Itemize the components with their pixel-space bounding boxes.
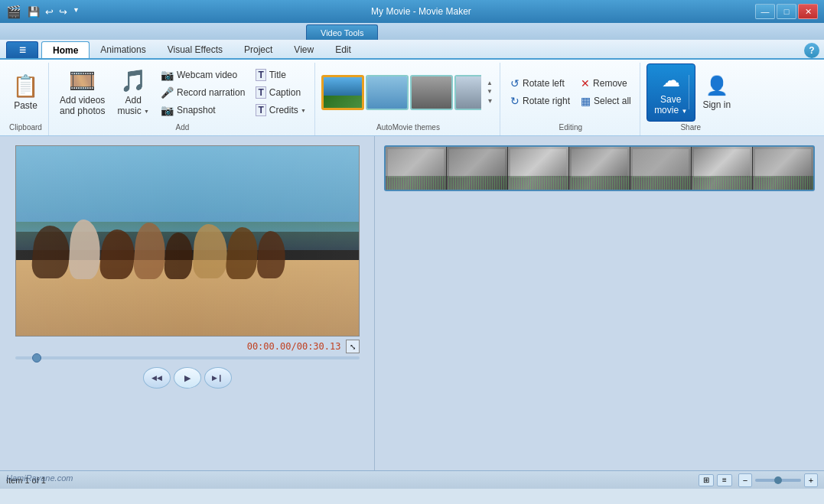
playback-slider-wrap <box>15 356 360 359</box>
film-frame-5[interactable] <box>692 147 753 190</box>
caption-icon: T <box>256 86 265 99</box>
remove-icon: ✕ <box>581 77 590 89</box>
webcam-icon: 📷 <box>161 69 174 81</box>
clipboard-label: Clipboard <box>8 122 44 134</box>
video-preview <box>15 145 360 337</box>
add-videos-icon: 🎞️ <box>69 68 96 93</box>
maximize-btn[interactable]: □ <box>777 4 796 19</box>
theme-item-0[interactable] <box>321 75 364 110</box>
themes-scroll[interactable]: ▲ ▼ ▾ <box>484 70 495 115</box>
qat-redo[interactable]: ↪ <box>57 5 69 18</box>
filmstrip <box>386 147 813 190</box>
webcam-video-button[interactable]: 📷 Webcam video <box>157 67 249 83</box>
zoom-out-btn[interactable]: − <box>738 473 752 487</box>
themes-scroll-up-icon[interactable]: ▲ <box>487 80 493 86</box>
film-frame-4[interactable] <box>630 147 692 190</box>
share-group-content: ☁ Savemovie ▼ 👤 Sign in <box>646 63 735 122</box>
rotate-right-button[interactable]: ↻ Rotate right <box>506 93 574 109</box>
app-menu-btn[interactable]: ☰ <box>6 41 38 58</box>
title-button[interactable]: T Title <box>252 67 310 83</box>
share-label: Share <box>646 122 735 134</box>
themes-scroll-more-icon[interactable]: ▾ <box>488 96 492 105</box>
qat-dropdown[interactable]: ▼ <box>71 5 81 18</box>
sign-in-button[interactable]: 👤 Sign in <box>699 63 735 122</box>
play-btn[interactable]: ▶ <box>174 367 201 389</box>
theme-item-1[interactable] <box>366 75 409 110</box>
context-tab-video-tools[interactable]: Video Tools <box>306 24 378 40</box>
tab-view[interactable]: View <box>283 41 324 58</box>
tab-animations[interactable]: Animations <box>90 41 156 58</box>
window-controls: — □ ✕ <box>755 4 818 19</box>
film-frame-1[interactable] <box>447 147 508 190</box>
paste-button[interactable]: 📋 Paste <box>8 63 44 122</box>
add-label: Add <box>55 122 310 134</box>
main-content: 00:00.00/00:30.13 ⤡ ◀◀ ▶ ▶❙ <box>0 136 824 470</box>
timeline-view-btn[interactable]: ≡ <box>717 474 732 486</box>
status-bar: Item 1 of 1 ⊞ ≡ − + <box>0 470 824 489</box>
add-videos-button[interactable]: 🎞️ Add videos and photos <box>55 63 109 122</box>
themes-scroll-down-icon[interactable]: ▼ <box>487 88 493 95</box>
storyboard-view-btn[interactable]: ⊞ <box>699 474 714 486</box>
zoom-slider[interactable] <box>755 479 801 482</box>
zoom-thumb[interactable] <box>774 476 782 484</box>
film-frame-3[interactable] <box>569 147 630 190</box>
save-movie-button[interactable]: ☁ Savemovie ▼ <box>646 63 695 122</box>
select-all-button[interactable]: ▦ Select all <box>577 93 635 109</box>
ribbon-tabs: ☰ Home Animations Visual Effects Project… <box>0 40 824 60</box>
rotate-right-icon: ↻ <box>510 95 519 107</box>
theme-item-3[interactable] <box>454 75 481 110</box>
playback-controls: ◀◀ ▶ ▶❙ <box>143 367 232 389</box>
film-frame-2[interactable] <box>508 147 569 190</box>
playback-slider[interactable] <box>15 356 360 359</box>
editing-group: ↺ Rotate left ↻ Rotate right ✕ Remove ▦ … <box>502 63 640 135</box>
minimize-btn[interactable]: — <box>755 4 775 19</box>
qat-save[interactable]: 💾 <box>26 5 41 18</box>
close-btn[interactable]: ✕ <box>798 4 818 19</box>
watermark: HamiRayane.com <box>6 473 73 483</box>
editing-buttons: ↺ Rotate left ↻ Rotate right <box>506 75 574 109</box>
playback-thumb[interactable] <box>32 353 41 363</box>
title-icon: T <box>256 69 265 81</box>
tab-home[interactable]: Home <box>41 41 90 58</box>
add-music-icon: 🎵 <box>120 68 147 93</box>
sign-in-icon: 👤 <box>705 75 728 96</box>
remove-button[interactable]: ✕ Remove <box>577 75 635 92</box>
add-music-button[interactable]: 🎵 Addmusic ▼ <box>112 63 154 122</box>
skip-forward-btn[interactable]: ▶❙ <box>204 367 232 389</box>
qat-undo[interactable]: ↩ <box>44 5 55 18</box>
theme-item-2[interactable] <box>410 75 453 110</box>
caption-button[interactable]: T Caption <box>252 84 310 101</box>
add-group-content: 🎞️ Add videos and photos 🎵 Addmusic ▼ 📷 … <box>55 63 310 122</box>
themes-group: ▲ ▼ ▾ AutoMovie themes <box>317 63 500 135</box>
microphone-icon: 🎤 <box>161 86 174 99</box>
title-bar: 🎬 💾 ↩ ↪ ▼ My Movie - Movie Maker — □ ✕ <box>0 0 824 23</box>
editing-buttons-2: ✕ Remove ▦ Select all <box>577 75 635 109</box>
tab-visual-effects[interactable]: Visual Effects <box>157 41 233 58</box>
rotate-left-icon: ↺ <box>510 77 519 89</box>
rotate-left-button[interactable]: ↺ Rotate left <box>506 75 574 92</box>
help-btn[interactable]: ? <box>804 43 819 58</box>
skip-back-btn[interactable]: ◀◀ <box>143 367 171 389</box>
paste-icon: 📋 <box>12 73 39 99</box>
zoom-in-btn[interactable]: + <box>804 473 818 487</box>
credits-icon: T <box>256 104 265 116</box>
tab-project[interactable]: Project <box>233 41 283 58</box>
context-tab-bar: Video Tools <box>0 23 824 40</box>
snapshot-button[interactable]: 📷 Snapshot <box>157 102 249 119</box>
share-group: ☁ Savemovie ▼ 👤 Sign in Share <box>642 63 740 135</box>
snapshot-icon: 📷 <box>161 104 174 116</box>
storyboard-strip <box>384 145 815 191</box>
storyboard-area <box>375 136 824 470</box>
credits-button[interactable]: T Credits ▼ <box>252 102 310 119</box>
film-frame-0[interactable] <box>386 147 447 190</box>
status-icons: ⊞ ≡ <box>699 474 732 486</box>
status-item-count: Item 1 of 1 <box>6 476 692 485</box>
select-all-icon: ▦ <box>581 95 591 107</box>
app-icon: 🎬 <box>6 5 21 19</box>
film-frame-6[interactable] <box>753 147 813 190</box>
themes-label: AutoMovie themes <box>321 122 495 134</box>
expand-preview-btn[interactable]: ⤡ <box>346 340 360 353</box>
tab-edit[interactable]: Edit <box>324 41 362 58</box>
record-narration-button[interactable]: 🎤 Record narration <box>157 84 249 101</box>
add-text-buttons: T Title T Caption T Credits ▼ <box>252 67 310 119</box>
